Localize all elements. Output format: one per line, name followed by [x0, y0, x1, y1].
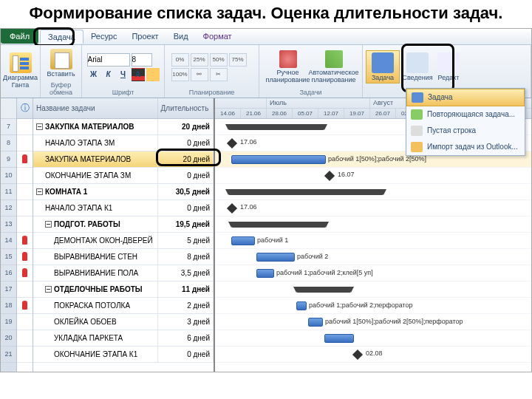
task-row[interactable]: ВЫРАВНИВАНИЕ ПОЛА3,5 дней	[33, 265, 214, 282]
task-name-cell[interactable]: ЗАКУПКА МАТЕРИАЛОВ	[33, 119, 158, 134]
task-name-cell[interactable]: НАЧАЛО ЭТАПА ЗМ	[33, 135, 158, 151]
auto-schedule-button[interactable]: Автоматическое планирование	[312, 50, 356, 83]
gantt-row[interactable]: рабочий 2	[215, 249, 531, 265]
outline-toggle[interactable]	[45, 286, 52, 293]
task-row[interactable]: КОМНАТА 130,5 дней	[33, 184, 214, 200]
gantt-row[interactable]	[215, 184, 531, 200]
task-duration-cell[interactable]: 19,5 дней	[158, 216, 214, 232]
task-name-cell[interactable]: ВЫРАВНИВАНИЕ СТЕН	[33, 249, 158, 265]
dd-task[interactable]: Задача	[406, 89, 525, 106]
row-number[interactable]: 21	[1, 347, 16, 363]
row-number[interactable]: 18	[1, 298, 16, 314]
task-duration-cell[interactable]: 20 дней	[158, 151, 214, 167]
outline-toggle[interactable]	[45, 221, 52, 228]
task-duration-cell[interactable]: 30,5 дней	[158, 184, 214, 200]
gantt-row[interactable]	[215, 216, 531, 233]
task-name-cell[interactable]: ЗАКУПКА МАТЕРИАЛОВ	[33, 151, 158, 167]
insert-task-button[interactable]: Задача	[368, 52, 398, 82]
task-row[interactable]: ОКОНЧАНИЕ ЭТАПА ЗМ0 дней	[33, 168, 214, 184]
tab-project[interactable]: Проект	[124, 30, 166, 43]
task-bar[interactable]: рабочий 1;рабочий 2;клей[5 уп]	[256, 269, 274, 278]
unlink-button[interactable]: ✂	[210, 68, 228, 81]
task-bar[interactable]: рабочий 1[50%];рабочий 2[50%]	[231, 155, 326, 164]
task-row[interactable]: ОКЛЕЙКА ОБОЕВ3 дней	[33, 314, 214, 330]
task-bar[interactable]: рабочий 1;рабочий 2;перфоратор	[296, 301, 307, 310]
tab-task[interactable]: Задача	[40, 30, 83, 44]
gantt-row[interactable]: 02.08	[215, 347, 531, 363]
milestone[interactable]	[227, 137, 237, 148]
paste-button[interactable]: Вставить	[45, 49, 78, 78]
task-row[interactable]: ПОКРАСКА ПОТОЛКА2 дней	[33, 298, 214, 314]
task-row[interactable]: ВЫРАВНИВАНИЕ СТЕН8 дней	[33, 249, 214, 265]
pct-25-button[interactable]: 25%	[191, 53, 208, 66]
task-info-button[interactable]: Сведения	[401, 52, 434, 82]
task-name-cell[interactable]: ПОДГОТ. РАБОТЫ	[33, 216, 158, 232]
gantt-row[interactable]: рабочий 1[50%];рабочий 2[50%];перфоратор	[215, 314, 531, 330]
tab-view[interactable]: Вид	[166, 30, 196, 43]
task-duration-cell[interactable]: 8 дней	[158, 249, 214, 265]
row-number[interactable]: 12	[1, 200, 16, 216]
gantt-row[interactable]: 17.06	[215, 200, 531, 216]
row-number[interactable]: 10	[1, 168, 16, 184]
manual-schedule-button[interactable]: Ручное планирование	[266, 50, 310, 83]
task-row[interactable]: ПОДГОТ. РАБОТЫ19,5 дней	[33, 216, 214, 233]
task-name-cell[interactable]: ПОКРАСКА ПОТОЛКА	[33, 298, 158, 313]
gantt-row[interactable]: рабочий 1;рабочий 2;клей[5 уп]	[215, 265, 531, 282]
task-duration-cell[interactable]: 2 дней	[158, 298, 214, 313]
task-name-cell[interactable]: ОКЛЕЙКА ОБОЕВ	[33, 314, 158, 330]
dd-import[interactable]: Импорт задач из Outlook...	[406, 139, 525, 155]
task-name-cell[interactable]: УКЛАДКА ПАРКЕТА	[33, 330, 158, 346]
pct-75-button[interactable]: 75%	[229, 53, 247, 66]
row-number[interactable]: 20	[1, 330, 16, 347]
row-number[interactable]: 11	[1, 184, 16, 200]
row-number[interactable]: 17	[1, 282, 16, 298]
gantt-row[interactable]: 16.07	[215, 168, 531, 184]
font-name-input[interactable]	[87, 53, 130, 66]
tab-format[interactable]: Формат	[196, 30, 239, 43]
task-name-cell[interactable]: ВЫРАВНИВАНИЕ ПОЛА	[33, 265, 158, 281]
task-name-cell[interactable]: ОКОНЧАНИЕ ЭТАПА ЗМ	[33, 168, 158, 183]
edit-button[interactable]: Редакт	[435, 52, 462, 82]
col-name-header[interactable]: Название задачи	[33, 98, 158, 118]
milestone[interactable]	[227, 202, 237, 213]
task-name-cell[interactable]: КОМНАТА 1	[33, 184, 158, 200]
task-row[interactable]: ЗАКУПКА МАТЕРИАЛОВ20 дней	[33, 151, 214, 168]
tab-file[interactable]: Файл	[1, 29, 38, 44]
summary-bar[interactable]	[228, 189, 383, 195]
task-duration-cell[interactable]: 3,5 дней	[158, 265, 214, 281]
row-number[interactable]: 13	[1, 216, 16, 233]
task-bar[interactable]: рабочий 1[50%];рабочий 2[50%];перфоратор	[308, 318, 323, 327]
task-row[interactable]: ДЕМОНТАЖ ОКОН-ДВЕРЕЙ5 дней	[33, 233, 214, 249]
task-name-cell[interactable]: ОТДЕЛОЧНЫЕ РАБОТЫ	[33, 282, 158, 297]
task-duration-cell[interactable]: 0 дней	[158, 347, 214, 362]
summary-bar[interactable]	[228, 124, 324, 130]
task-row[interactable]: ОТДЕЛОЧНЫЕ РАБОТЫ11 дней	[33, 282, 214, 298]
task-duration-cell[interactable]: 0 дней	[158, 200, 214, 216]
task-row[interactable]: ЗАКУПКА МАТЕРИАЛОВ20 дней	[33, 119, 214, 135]
task-name-cell[interactable]: НАЧАЛО ЭТАПА К1	[33, 200, 158, 216]
gantt-row[interactable]	[215, 330, 531, 347]
font-size-input[interactable]	[132, 53, 152, 66]
link-button[interactable]: ⚯	[191, 68, 208, 81]
task-duration-cell[interactable]: 11 дней	[158, 282, 214, 297]
milestone[interactable]	[324, 170, 335, 180]
summary-bar[interactable]	[296, 287, 351, 293]
fill-color-button[interactable]	[146, 68, 160, 81]
row-number[interactable]: 7	[1, 119, 16, 135]
outline-toggle[interactable]	[36, 123, 43, 130]
underline-button[interactable]: Ч	[117, 68, 130, 81]
bold-button[interactable]: Ж	[87, 68, 100, 81]
pct-0-button[interactable]: 0%	[171, 53, 189, 66]
milestone[interactable]	[352, 349, 363, 359]
row-number[interactable]: 14	[1, 233, 16, 249]
task-bar[interactable]	[324, 334, 354, 343]
task-duration-cell[interactable]: 3 дней	[158, 314, 214, 330]
outline-toggle[interactable]	[36, 188, 43, 195]
task-name-cell[interactable]: ОКОНЧАНИЕ ЭТАПА К1	[33, 347, 158, 362]
tab-resource[interactable]: Ресурс	[83, 30, 124, 43]
row-number[interactable]: 19	[1, 314, 16, 330]
font-color-button[interactable]: A	[132, 68, 145, 81]
task-duration-cell[interactable]: 5 дней	[158, 233, 214, 248]
pct-50-button[interactable]: 50%	[210, 53, 228, 66]
row-number[interactable]: 8	[1, 135, 16, 151]
